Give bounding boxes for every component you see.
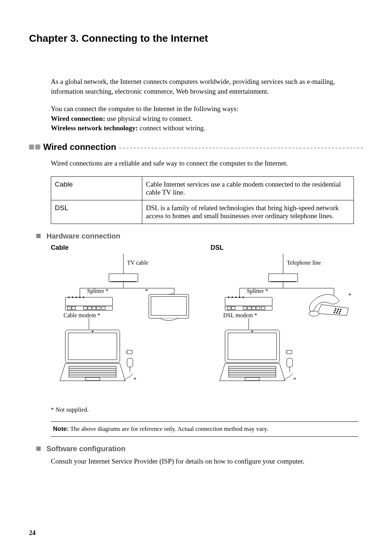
subsection-hardware: Hardware connection bbox=[36, 232, 363, 240]
svg-rect-14 bbox=[68, 307, 71, 310]
svg-rect-55 bbox=[248, 307, 251, 310]
asterisk-label-3: * bbox=[348, 292, 351, 298]
svg-point-12 bbox=[83, 297, 84, 298]
svg-rect-1 bbox=[109, 274, 138, 282]
not-supplied-note: * Not supplied. bbox=[51, 406, 363, 413]
software-text: Consult your Internet Service Provider (… bbox=[51, 457, 363, 466]
wired-types-table: Cable Cable Internet services use a cabl… bbox=[51, 176, 354, 224]
svg-rect-79 bbox=[245, 378, 260, 380]
dsl-diagram-svg: Telephone line Splitter * * bbox=[211, 254, 356, 399]
svg-rect-29 bbox=[69, 366, 116, 377]
svg-rect-45 bbox=[225, 297, 272, 306]
wireless-desc-inline: connect without wiring. bbox=[140, 124, 205, 132]
svg-rect-53 bbox=[232, 307, 235, 310]
splitter-label: Splitter * bbox=[87, 288, 109, 294]
modem-icon bbox=[225, 297, 272, 310]
dsl-body: DSL is a family of related technologies … bbox=[142, 200, 354, 224]
svg-rect-23 bbox=[151, 297, 187, 315]
section-title: Wired connection bbox=[43, 142, 116, 152]
svg-rect-56 bbox=[252, 307, 256, 310]
square-bullet-icon bbox=[36, 446, 41, 451]
svg-rect-58 bbox=[261, 307, 265, 310]
table-row: Cable Cable Internet services use a cabl… bbox=[51, 176, 354, 200]
svg-point-64 bbox=[337, 310, 338, 311]
telephone-icon bbox=[309, 294, 348, 316]
svg-point-73 bbox=[252, 331, 253, 332]
dsl-head: DSL bbox=[51, 200, 142, 224]
wired-label: Wired connection: bbox=[51, 115, 107, 122]
dsl-modem-label: DSL modem * bbox=[223, 312, 257, 318]
page: Chapter 3. Connecting to the Internet As… bbox=[0, 0, 392, 555]
svg-rect-54 bbox=[243, 307, 247, 310]
page-number: 24 bbox=[29, 529, 36, 537]
svg-rect-57 bbox=[256, 307, 260, 310]
asterisk-label-1: * bbox=[145, 288, 148, 294]
svg-rect-19 bbox=[97, 307, 100, 310]
section-wired-connection: Wired connection bbox=[29, 142, 363, 152]
intro-paragraph: As a global network, the Internet connec… bbox=[51, 77, 363, 96]
svg-point-61 bbox=[338, 309, 339, 310]
laptop-icon: * bbox=[220, 330, 296, 383]
subsection-title-software: Software configuration bbox=[46, 445, 126, 453]
tv-cable-label: TV cable bbox=[127, 260, 148, 266]
svg-point-11 bbox=[79, 297, 81, 298]
section-bullets-icon bbox=[29, 144, 40, 150]
svg-rect-81 bbox=[287, 358, 293, 367]
svg-point-9 bbox=[72, 297, 73, 298]
svg-point-67 bbox=[336, 312, 338, 313]
table-row: DSL DSL is a family of related technolog… bbox=[51, 200, 354, 224]
square-bullet-icon bbox=[36, 234, 41, 238]
note-text: The above diagrams are for reference onl… bbox=[70, 425, 268, 432]
svg-rect-15 bbox=[72, 307, 75, 310]
asterisk-label-2: * bbox=[134, 376, 136, 383]
modem-icon bbox=[65, 297, 113, 310]
svg-point-50 bbox=[242, 297, 244, 298]
svg-rect-74 bbox=[229, 366, 276, 377]
tv-icon bbox=[149, 294, 189, 321]
svg-point-49 bbox=[239, 297, 240, 298]
connection-ways: You can connect the computer to the Inte… bbox=[51, 104, 363, 133]
connection-ways-intro: You can connect the computer to the Inte… bbox=[51, 105, 238, 113]
svg-rect-80 bbox=[287, 350, 292, 354]
svg-point-63 bbox=[335, 310, 336, 311]
svg-point-62 bbox=[340, 309, 342, 310]
chapter-title: Chapter 3. Connecting to the Internet bbox=[29, 33, 363, 44]
svg-rect-17 bbox=[88, 307, 91, 310]
svg-point-48 bbox=[235, 297, 237, 298]
wired-description: Wired connections are a reliable and saf… bbox=[51, 159, 363, 168]
cable-diagram-svg: TV cable Splitter * * bbox=[51, 254, 196, 399]
svg-point-46 bbox=[228, 297, 229, 298]
dsl-diagram-title: DSL bbox=[211, 244, 356, 252]
svg-point-8 bbox=[68, 297, 70, 298]
svg-rect-27 bbox=[68, 333, 117, 360]
wireless-label: Wireless network technology: bbox=[51, 124, 140, 132]
svg-rect-39 bbox=[269, 274, 298, 282]
note-box: Note: The above diagrams are for referen… bbox=[51, 421, 358, 437]
subsection-title: Hardware connection bbox=[46, 232, 120, 240]
svg-rect-52 bbox=[227, 307, 231, 310]
svg-rect-72 bbox=[228, 333, 277, 360]
cable-diagram-title: Cable bbox=[51, 244, 196, 252]
svg-rect-20 bbox=[102, 307, 105, 310]
note-label: Note: bbox=[53, 425, 69, 432]
subsection-software: Software configuration bbox=[36, 445, 363, 453]
asterisk-label-4: * bbox=[293, 376, 296, 383]
svg-rect-34 bbox=[85, 378, 100, 380]
svg-point-47 bbox=[232, 297, 233, 298]
cable-diagram: Cable TV cable Splitter * * bbox=[51, 244, 196, 400]
splitter-label-2: Splitter * bbox=[247, 288, 268, 294]
laptop-icon: * bbox=[60, 330, 136, 383]
svg-point-68 bbox=[339, 313, 340, 314]
diagrams-row: Cable TV cable Splitter * * bbox=[51, 244, 363, 400]
svg-rect-35 bbox=[127, 350, 132, 354]
svg-point-66 bbox=[334, 312, 335, 313]
wired-desc-inline: use physical wiring to connect. bbox=[107, 115, 192, 122]
svg-point-10 bbox=[75, 297, 77, 298]
telephone-line-label: Telephone line bbox=[287, 260, 321, 266]
svg-point-69 bbox=[309, 311, 319, 316]
svg-point-65 bbox=[340, 311, 341, 312]
svg-point-60 bbox=[335, 308, 336, 309]
svg-rect-16 bbox=[83, 307, 87, 310]
svg-rect-36 bbox=[127, 358, 133, 367]
cable-modem-label: Cable modem * bbox=[64, 312, 100, 318]
